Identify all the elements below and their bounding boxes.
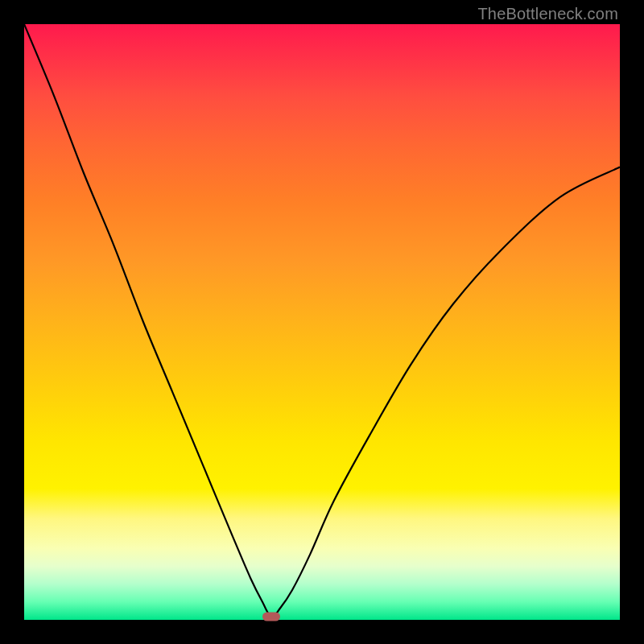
minimum-marker: [262, 613, 280, 621]
watermark-text: TheBottleneck.com: [477, 5, 618, 23]
chart-container: TheBottleneck.com: [0, 0, 644, 644]
curve-svg: [24, 24, 620, 620]
plot-area: [24, 24, 620, 620]
bottleneck-curve-path: [24, 24, 620, 617]
